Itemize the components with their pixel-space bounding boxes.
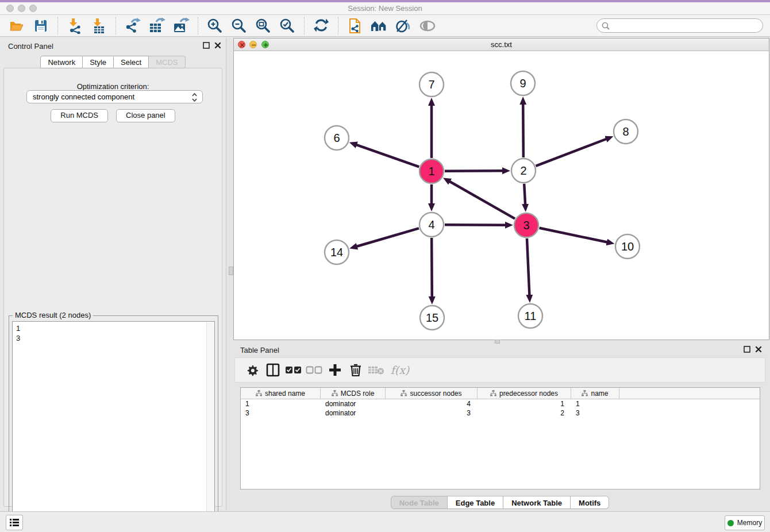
edge-4-15[interactable] xyxy=(432,238,432,298)
edge-3-11[interactable] xyxy=(527,238,529,296)
graph-node-11[interactable]: 11 xyxy=(518,304,542,328)
graph-node-1[interactable]: 1 xyxy=(419,159,444,183)
mcds-result-lines: 13 xyxy=(16,323,20,343)
column-header-MCDS-role[interactable]: MCDS role xyxy=(321,388,386,399)
tab-node-table[interactable]: Node Table xyxy=(391,496,448,509)
zoom-in-icon[interactable] xyxy=(205,17,225,35)
table-cell[interactable]: 1 xyxy=(478,399,571,408)
table-cell[interactable]: dominator xyxy=(321,399,386,408)
table-cell[interactable]: 4 xyxy=(386,399,478,408)
edge-4-3[interactable] xyxy=(445,225,506,225)
edge-1-6[interactable] xyxy=(356,145,419,167)
run-mcds-button[interactable]: Run MCDS xyxy=(51,109,108,122)
import-table-icon[interactable] xyxy=(89,17,109,35)
result-scrollbar[interactable] xyxy=(206,322,214,530)
graph-node-9[interactable]: 9 xyxy=(511,71,535,95)
tab-network[interactable]: Network xyxy=(40,56,83,68)
close-panel-icon[interactable] xyxy=(755,346,762,353)
select-all-icon[interactable] xyxy=(283,360,304,380)
memory-button[interactable]: Memory xyxy=(725,515,765,530)
mcds-result-textarea[interactable]: 13 xyxy=(12,321,215,530)
table-row[interactable]: 3dominator323 xyxy=(241,408,760,418)
edge-2-9[interactable] xyxy=(523,103,523,157)
float-panel-icon[interactable] xyxy=(203,42,210,49)
table-cell[interactable]: 3 xyxy=(571,408,619,418)
tab-mcds[interactable]: MCDS xyxy=(149,56,185,68)
control-panel-tabs: Network Style Select MCDS xyxy=(0,56,226,68)
svg-text:1: 1 xyxy=(428,165,434,178)
export-image-icon[interactable] xyxy=(171,17,191,35)
column-header-name[interactable]: name xyxy=(571,388,619,399)
session-title: Session: New Session xyxy=(0,4,770,13)
delete-icon[interactable] xyxy=(345,360,366,380)
show-details-icon[interactable] xyxy=(418,17,437,35)
table-cell[interactable]: 3 xyxy=(241,408,321,418)
add-row-icon[interactable] xyxy=(325,360,345,380)
table-cell[interactable]: 1 xyxy=(241,399,321,408)
import-network-icon[interactable] xyxy=(65,17,84,35)
svg-text:14: 14 xyxy=(330,246,343,259)
edge-3-1[interactable] xyxy=(449,181,515,218)
apply-layout-icon[interactable] xyxy=(311,17,331,35)
graph-node-6[interactable]: 6 xyxy=(325,126,349,150)
search-input[interactable] xyxy=(613,21,756,30)
tab-edge-table[interactable]: Edge Table xyxy=(448,496,503,509)
mcds-panel: Optimization criterion: strongly connect… xyxy=(3,68,222,507)
graph-node-14[interactable]: 14 xyxy=(325,240,349,264)
column-header-successor-nodes[interactable]: successor nodes xyxy=(386,388,478,399)
close-panel-icon[interactable] xyxy=(214,42,221,49)
network-canvas[interactable]: 7968124314101511 xyxy=(234,51,769,340)
deselect-all-icon[interactable] xyxy=(304,360,325,380)
edge-3-10[interactable] xyxy=(540,228,608,242)
graph-node-4[interactable]: 4 xyxy=(419,213,444,237)
edge-4-14[interactable] xyxy=(356,228,419,246)
vertical-divider-handle[interactable] xyxy=(229,267,233,275)
zoom-out-icon[interactable] xyxy=(229,17,249,35)
column-header-predecessor-nodes[interactable]: predecessor nodes xyxy=(478,388,571,399)
main-toolbar xyxy=(0,15,770,37)
column-header-shared-name[interactable]: shared name xyxy=(241,388,321,399)
function-builder-icon[interactable]: f(x) xyxy=(387,360,413,380)
task-history-button[interactable] xyxy=(6,515,23,530)
export-table-icon[interactable] xyxy=(147,17,167,35)
network-window-titlebar: scc.txt xyxy=(234,38,769,51)
network-graph[interactable]: 7968124314101511 xyxy=(234,51,769,340)
table-cell[interactable]: 3 xyxy=(386,408,478,418)
float-panel-icon[interactable] xyxy=(744,346,750,353)
zoom-selected-icon[interactable] xyxy=(278,17,297,35)
table-options-gear-icon[interactable] xyxy=(242,360,263,380)
tab-network-table[interactable]: Network Table xyxy=(503,496,571,509)
graph-node-8[interactable]: 8 xyxy=(614,119,638,144)
open-session-icon[interactable] xyxy=(7,17,26,35)
clone-network-icon[interactable] xyxy=(345,17,365,35)
delete-column-icon[interactable] xyxy=(366,360,387,380)
table-cell[interactable]: dominator xyxy=(321,408,386,418)
graph-node-10[interactable]: 10 xyxy=(615,234,640,259)
tab-style[interactable]: Style xyxy=(83,56,114,68)
edge-2-8[interactable] xyxy=(536,138,607,165)
edge-1-2[interactable] xyxy=(445,171,503,171)
hierarchy-icon xyxy=(490,390,496,396)
table-row[interactable]: 1dominator411 xyxy=(241,399,760,408)
show-columns-icon[interactable] xyxy=(263,360,283,380)
hierarchy-icon xyxy=(582,390,588,396)
graph-node-15[interactable]: 15 xyxy=(420,306,444,330)
table-cell[interactable]: 2 xyxy=(478,408,571,418)
table-header-row: shared nameMCDS rolesuccessor nodesprede… xyxy=(241,388,760,399)
graph-node-3[interactable]: 3 xyxy=(514,213,538,237)
save-session-icon[interactable] xyxy=(31,17,51,35)
first-neighbors-icon[interactable] xyxy=(369,17,389,35)
export-network-icon[interactable] xyxy=(123,17,143,35)
close-panel-button[interactable]: Close panel xyxy=(116,109,175,122)
hide-details-icon[interactable] xyxy=(394,17,413,35)
search-field[interactable] xyxy=(596,18,763,33)
table-cell[interactable]: 1 xyxy=(571,399,619,408)
graph-node-7[interactable]: 7 xyxy=(419,72,444,97)
graph-node-2[interactable]: 2 xyxy=(511,159,536,183)
zoom-fit-icon[interactable] xyxy=(253,17,273,35)
edge-2-3[interactable] xyxy=(524,184,525,205)
tab-select[interactable]: Select xyxy=(114,56,149,68)
optimization-criterion-select[interactable]: strongly connected component xyxy=(26,90,203,103)
node-table[interactable]: shared nameMCDS rolesuccessor nodesprede… xyxy=(240,387,760,489)
tab-motifs[interactable]: Motifs xyxy=(571,496,609,509)
